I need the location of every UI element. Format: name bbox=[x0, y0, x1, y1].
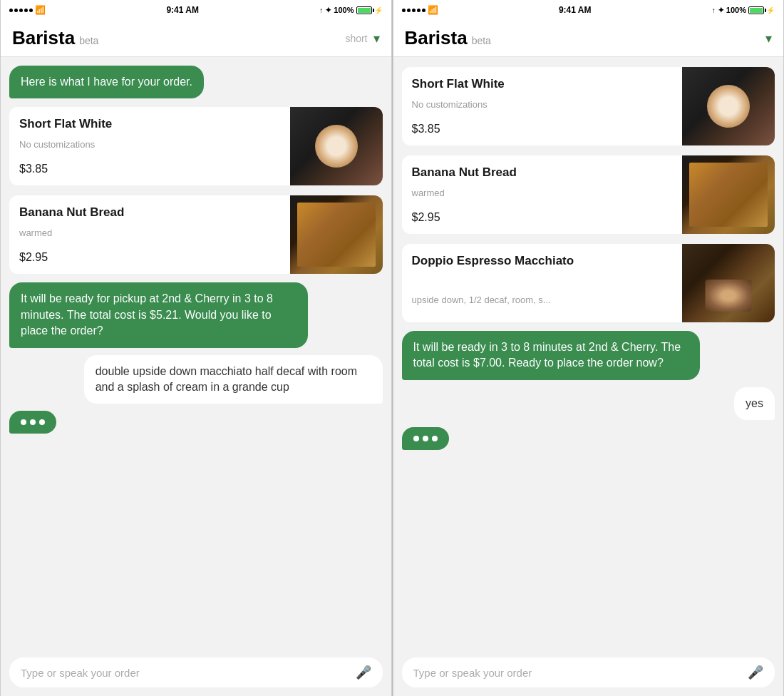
status-left: 📶 bbox=[9, 5, 46, 15]
battery-pct: 100% bbox=[726, 6, 746, 14]
status-right: ↑ ✦ 100% ⚡ bbox=[712, 6, 775, 15]
input-placeholder: Type or speak your order bbox=[413, 667, 532, 679]
chat-area: Here is what I have for your order.Short… bbox=[1, 57, 391, 652]
message-input[interactable]: Type or speak your order 🎤 bbox=[9, 657, 383, 687]
typing-dot bbox=[21, 419, 26, 425]
app-title: Barista bbox=[405, 27, 468, 49]
charging-icon: ⚡ bbox=[766, 6, 775, 14]
order-item-customization: warmed bbox=[412, 188, 673, 198]
order-item-image-espresso bbox=[682, 244, 775, 322]
input-placeholder: Type or speak your order bbox=[21, 667, 140, 679]
header-right: short ▾ bbox=[345, 31, 379, 46]
input-bar: Type or speak your order 🎤 bbox=[393, 652, 784, 696]
typing-dot bbox=[413, 436, 419, 441]
order-card-text: Banana Nut Breadwarmed$2.95 bbox=[402, 155, 683, 234]
order-item-image-flat-white bbox=[682, 67, 775, 145]
user-message-4: yes bbox=[734, 387, 775, 420]
order-card-0[interactable]: Short Flat WhiteNo customizations$3.85 bbox=[402, 67, 775, 145]
location-icon: ↑ bbox=[319, 6, 323, 14]
wifi-icon: 📶 bbox=[428, 5, 438, 15]
signal-dots bbox=[9, 9, 33, 12]
order-item-customization: No customizations bbox=[412, 99, 673, 110]
order-item-customization: No customizations bbox=[19, 139, 280, 150]
typing-dot bbox=[30, 419, 36, 425]
chevron-down-icon[interactable]: ▾ bbox=[765, 31, 772, 46]
order-card-text: Banana Nut Breadwarmed$2.95 bbox=[9, 195, 290, 274]
header-left: Barista beta bbox=[405, 27, 491, 49]
order-item-price: $3.85 bbox=[19, 163, 280, 175]
order-card-1[interactable]: Banana Nut Breadwarmed$2.95 bbox=[402, 155, 775, 234]
chat-area: Short Flat WhiteNo customizations$3.85Ba… bbox=[393, 57, 784, 652]
order-card-2[interactable]: Doppio Espresso Macchiatoupside down, 1/… bbox=[402, 244, 775, 322]
user-message-4: double upside down macchiato half decaf … bbox=[84, 355, 383, 404]
order-item-price: $2.95 bbox=[412, 211, 673, 224]
order-card-text: Doppio Espresso Macchiatoupside down, 1/… bbox=[402, 244, 683, 322]
order-item-name: Short Flat White bbox=[412, 77, 673, 91]
microphone-icon[interactable]: 🎤 bbox=[748, 665, 763, 680]
phone-right: 📶 9:41 AM ↑ ✦ 100% ⚡ Barista beta ▾ Shor… bbox=[393, 0, 785, 696]
typing-dot bbox=[432, 436, 438, 441]
status-time: 9:41 AM bbox=[166, 5, 199, 15]
header-left: Barista beta bbox=[12, 27, 98, 49]
status-bar: 📶 9:41 AM ↑ ✦ 100% ⚡ bbox=[1, 0, 391, 20]
charging-icon: ⚡ bbox=[374, 6, 383, 14]
location-icon: ↑ bbox=[712, 6, 716, 14]
bot-message-3: It will be ready for pickup at 2nd & Che… bbox=[9, 282, 308, 347]
typing-indicator bbox=[9, 411, 56, 434]
beta-label: beta bbox=[79, 35, 98, 46]
order-item-customization: upside down, 1/2 decaf, room, s... bbox=[412, 295, 673, 305]
battery-icon bbox=[356, 6, 372, 14]
order-item-image-flat-white bbox=[290, 107, 383, 185]
battery-icon bbox=[748, 6, 764, 14]
microphone-icon[interactable]: 🎤 bbox=[356, 665, 371, 680]
order-item-price: $3.85 bbox=[412, 123, 673, 135]
order-card-text: Short Flat WhiteNo customizations$3.85 bbox=[402, 67, 683, 145]
order-item-name: Doppio Espresso Macchiato bbox=[412, 254, 673, 268]
battery-pct: 100% bbox=[334, 6, 354, 14]
message-input[interactable]: Type or speak your order 🎤 bbox=[402, 657, 775, 687]
order-card-1[interactable]: Short Flat WhiteNo customizations$3.85 bbox=[9, 107, 383, 185]
order-item-image-banana-bread bbox=[682, 155, 775, 234]
app-title: Barista bbox=[12, 27, 75, 49]
bluetooth-icon: ✦ bbox=[325, 6, 331, 15]
typing-indicator bbox=[402, 427, 449, 450]
bot-message-3: It will be ready in 3 to 8 minutes at 2n… bbox=[402, 331, 701, 380]
order-item-name: Short Flat White bbox=[19, 117, 280, 131]
order-item-name: Banana Nut Bread bbox=[19, 205, 280, 220]
typing-dot bbox=[423, 436, 428, 441]
signal-dots bbox=[402, 9, 425, 12]
short-label: short bbox=[345, 33, 367, 44]
order-item-name: Banana Nut Bread bbox=[412, 165, 673, 180]
input-bar: Type or speak your order 🎤 bbox=[1, 652, 391, 696]
phones-container: 📶 9:41 AM ↑ ✦ 100% ⚡ Barista beta short … bbox=[0, 0, 784, 696]
status-time: 9:41 AM bbox=[559, 5, 592, 15]
bot-message-0: Here is what I have for your order. bbox=[9, 66, 204, 98]
app-header: Barista beta ▾ bbox=[393, 20, 784, 57]
status-right: ↑ ✦ 100% ⚡ bbox=[319, 6, 382, 15]
beta-label: beta bbox=[472, 35, 491, 46]
bluetooth-icon: ✦ bbox=[718, 6, 724, 15]
header-right: ▾ bbox=[765, 31, 772, 46]
app-header: Barista beta short ▾ bbox=[1, 20, 391, 57]
status-bar: 📶 9:41 AM ↑ ✦ 100% ⚡ bbox=[393, 0, 784, 20]
order-card-text: Short Flat WhiteNo customizations$3.85 bbox=[9, 107, 290, 185]
wifi-icon: 📶 bbox=[35, 5, 46, 15]
typing-dot bbox=[39, 419, 45, 425]
order-card-2[interactable]: Banana Nut Breadwarmed$2.95 bbox=[9, 195, 383, 274]
order-item-price: $2.95 bbox=[19, 251, 280, 264]
phone-left: 📶 9:41 AM ↑ ✦ 100% ⚡ Barista beta short … bbox=[0, 0, 392, 696]
status-left: 📶 bbox=[402, 5, 438, 15]
chevron-down-icon[interactable]: ▾ bbox=[373, 31, 380, 46]
order-item-image-banana-bread bbox=[290, 195, 383, 274]
order-item-customization: warmed bbox=[19, 227, 280, 238]
